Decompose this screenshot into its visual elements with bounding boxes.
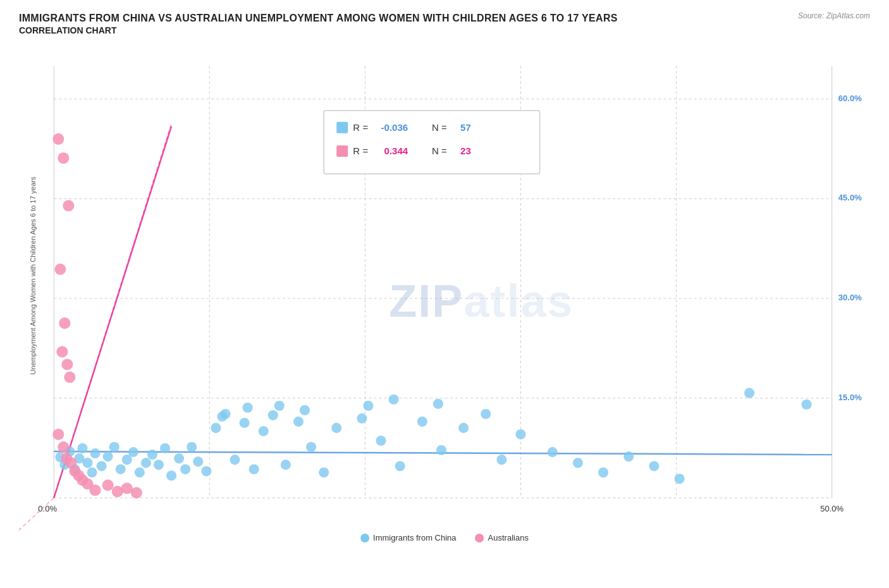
svg-point-89 <box>61 358 73 370</box>
sub-title: CORRELATION CHART <box>19 25 870 35</box>
svg-point-55 <box>293 417 303 427</box>
svg-point-54 <box>281 460 291 470</box>
svg-point-36 <box>135 467 145 477</box>
svg-point-63 <box>357 413 367 424</box>
svg-point-39 <box>154 460 164 470</box>
svg-point-74 <box>433 399 443 409</box>
svg-point-87 <box>59 317 70 329</box>
legend-item-immigrants: Immigrants from China <box>360 533 456 542</box>
svg-rect-104 <box>324 111 540 174</box>
svg-text:45.0%: 45.0% <box>838 193 862 202</box>
legend-label-immigrants: Immigrants from China <box>373 533 456 542</box>
svg-point-62 <box>300 405 310 415</box>
svg-point-78 <box>623 451 634 462</box>
svg-text:60.0%: 60.0% <box>838 94 862 103</box>
svg-point-64 <box>376 436 386 446</box>
svg-point-68 <box>458 423 469 433</box>
svg-point-41 <box>166 470 176 481</box>
svg-point-53 <box>268 410 278 420</box>
svg-point-44 <box>187 442 197 452</box>
svg-point-57 <box>319 467 329 477</box>
svg-point-90 <box>64 371 75 383</box>
source-label: Source: ZipAtlas.com <box>798 11 870 20</box>
svg-point-82 <box>802 400 812 410</box>
svg-point-70 <box>496 455 506 465</box>
svg-point-33 <box>116 464 126 474</box>
svg-text:N =: N = <box>432 145 447 156</box>
svg-point-59 <box>217 412 227 422</box>
chart-legend: Immigrants from China Australians <box>360 533 529 542</box>
svg-point-42 <box>174 453 184 463</box>
svg-text:30.0%: 30.0% <box>838 293 862 302</box>
svg-point-37 <box>141 458 151 468</box>
svg-point-27 <box>82 458 92 468</box>
svg-point-35 <box>128 447 138 457</box>
svg-point-84 <box>58 152 69 164</box>
svg-text:N =: N = <box>432 122 447 133</box>
svg-rect-110 <box>336 145 348 157</box>
svg-point-81 <box>744 388 754 398</box>
svg-point-92 <box>58 441 69 453</box>
title-block: IMMIGRANTS FROM CHINA VS AUSTRALIAN UNEM… <box>19 13 870 35</box>
svg-point-103 <box>131 487 142 498</box>
svg-point-86 <box>54 264 66 275</box>
svg-point-83 <box>52 133 64 145</box>
svg-point-56 <box>306 442 316 452</box>
legend-color-immigrants <box>360 534 369 542</box>
svg-point-47 <box>211 423 221 433</box>
svg-point-51 <box>249 464 259 474</box>
svg-point-85 <box>63 200 74 211</box>
svg-point-79 <box>649 461 659 471</box>
svg-text:23: 23 <box>460 145 471 156</box>
svg-point-60 <box>243 403 253 413</box>
scatter-plot: 60.0% 45.0% 30.0% 15.0% 0.0% 50.0% <box>19 42 870 560</box>
svg-point-72 <box>363 401 373 411</box>
svg-line-20 <box>19 498 54 536</box>
svg-point-66 <box>417 417 427 427</box>
svg-point-73 <box>389 395 399 405</box>
svg-rect-105 <box>336 122 348 133</box>
svg-point-67 <box>436 445 446 455</box>
svg-point-32 <box>109 442 120 452</box>
svg-point-29 <box>90 448 101 458</box>
svg-point-38 <box>147 450 157 460</box>
chart-area: Unemployment Among Women with Children A… <box>19 42 870 560</box>
svg-point-88 <box>56 346 68 357</box>
svg-point-30 <box>97 461 107 471</box>
svg-point-52 <box>259 426 269 436</box>
svg-point-76 <box>573 458 583 468</box>
svg-text:50.0%: 50.0% <box>820 504 843 513</box>
svg-text:57: 57 <box>460 122 471 133</box>
svg-point-61 <box>274 401 285 411</box>
svg-point-40 <box>160 443 170 453</box>
svg-point-46 <box>201 466 211 476</box>
svg-text:0.344: 0.344 <box>384 145 408 156</box>
svg-point-50 <box>240 418 250 428</box>
chart-container: IMMIGRANTS FROM CHINA VS AUSTRALIAN UNEM… <box>0 0 889 588</box>
svg-point-75 <box>548 447 558 457</box>
svg-point-69 <box>481 409 491 419</box>
svg-point-26 <box>77 443 87 453</box>
svg-point-43 <box>180 464 190 474</box>
svg-point-77 <box>598 467 608 477</box>
svg-text:R =: R = <box>353 122 368 133</box>
legend-item-australians: Australians <box>475 533 529 542</box>
svg-point-49 <box>230 455 240 465</box>
main-title: IMMIGRANTS FROM CHINA VS AUSTRALIAN UNEM… <box>19 13 870 24</box>
legend-label-australians: Australians <box>488 533 529 542</box>
svg-point-80 <box>675 474 685 484</box>
svg-text:R =: R = <box>353 145 368 156</box>
svg-point-100 <box>102 479 114 491</box>
svg-text:15.0%: 15.0% <box>838 393 862 402</box>
svg-point-65 <box>395 461 405 471</box>
svg-point-28 <box>87 467 97 477</box>
svg-point-31 <box>103 451 113 462</box>
legend-color-australians <box>475 534 484 542</box>
svg-point-45 <box>193 456 203 467</box>
svg-text:-0.036: -0.036 <box>381 122 408 133</box>
svg-point-58 <box>331 423 341 433</box>
svg-point-71 <box>516 429 526 439</box>
svg-text:0.0%: 0.0% <box>38 504 57 513</box>
svg-point-91 <box>52 429 64 440</box>
svg-point-99 <box>89 484 101 496</box>
